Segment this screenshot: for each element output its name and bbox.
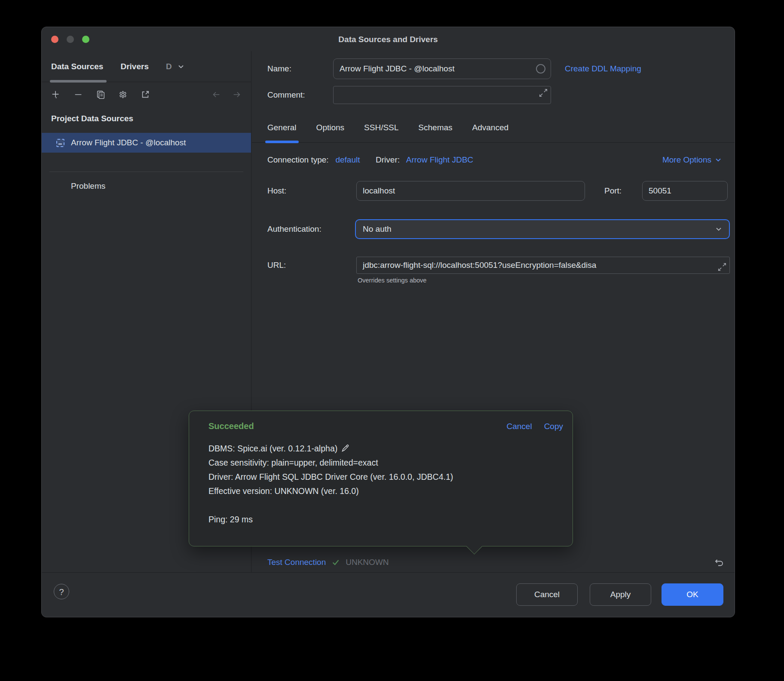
comment-label: Comment: — [267, 86, 305, 104]
tab-options[interactable]: Options — [316, 116, 344, 143]
sidebar-tab-bar: Data Sources Drivers D — [42, 51, 251, 82]
connection-type-link[interactable]: default — [335, 155, 360, 164]
data-source-label: Arrow Flight JDBC - @localhost — [71, 138, 186, 147]
expand-icon[interactable] — [717, 262, 727, 272]
authentication-value: No auth — [363, 224, 392, 234]
undo-icon[interactable] — [714, 557, 724, 568]
tab-general[interactable]: General — [267, 116, 297, 143]
url-caption: Overrides settings above — [358, 277, 426, 284]
authentication-label: Authentication: — [267, 219, 322, 239]
port-value: 50051 — [649, 186, 671, 196]
connection-type-label: Connection type: — [267, 155, 329, 164]
name-input[interactable]: Arrow Flight JDBC - @localhost — [333, 58, 551, 79]
remove-icon[interactable] — [74, 90, 83, 99]
test-connection-row: Test Connection UNKNOWN — [252, 552, 735, 573]
tab-drivers[interactable]: Drivers — [120, 51, 149, 82]
ok-button[interactable]: OK — [662, 583, 723, 606]
port-input[interactable]: 50051 — [642, 181, 728, 201]
host-label: Host: — [267, 181, 286, 201]
bottom-bar: ? Cancel Apply OK — [42, 572, 735, 617]
check-icon — [331, 558, 340, 567]
driver-link[interactable]: Arrow Flight JDBC — [406, 155, 473, 164]
title-bar: Data Sources and Drivers — [42, 27, 735, 51]
settings-tab-bar: General Options SSH/SSL Schemas Advanced — [252, 116, 735, 143]
connection-type-row: Connection type: default Driver: Arrow F… — [267, 150, 722, 170]
back-icon[interactable] — [211, 90, 221, 99]
popup-status: Succeeded — [208, 421, 254, 431]
sidebar-item-problems[interactable]: Problems — [42, 177, 251, 195]
add-icon[interactable] — [51, 90, 61, 99]
port-label: Port: — [604, 181, 622, 201]
data-source-icon — [56, 139, 64, 147]
help-icon[interactable]: ? — [54, 584, 69, 599]
comment-input[interactable] — [333, 86, 551, 104]
sidebar-item-arrow-flight-jdbc[interactable]: Arrow Flight JDBC - @localhost — [42, 133, 251, 153]
tab-ssh-ssl[interactable]: SSH/SSL — [364, 116, 398, 143]
driver-label: Driver: — [376, 155, 400, 164]
tab-ddl-mappings-truncated[interactable]: D — [166, 51, 184, 82]
chevron-down-icon — [715, 156, 722, 163]
create-ddl-mapping-link[interactable]: Create DDL Mapping — [565, 58, 641, 79]
url-value: jdbc:arrow-flight-sql://localhost:50051?… — [363, 261, 596, 270]
popup-line-version: Effective version: UNKNOWN (ver. 16.0) — [208, 484, 563, 498]
name-label: Name: — [267, 58, 291, 79]
authentication-select[interactable]: No auth — [355, 219, 730, 239]
tab-schemas[interactable]: Schemas — [418, 116, 452, 143]
test-connection-popup: Succeeded Cancel Copy DBMS: Spice.ai (ve… — [189, 411, 573, 546]
tab-advanced[interactable]: Advanced — [472, 116, 509, 143]
popup-copy-link[interactable]: Copy — [544, 422, 563, 431]
project-data-sources-header: Project Data Sources — [51, 112, 251, 125]
window-title: Data Sources and Drivers — [42, 27, 735, 51]
test-connection-link[interactable]: Test Connection — [267, 558, 326, 567]
more-options-link[interactable]: More Options — [662, 150, 722, 170]
sidebar-toolbar — [42, 82, 251, 107]
tab-data-sources[interactable]: Data Sources — [51, 51, 103, 82]
sidebar-divider — [49, 172, 243, 172]
url-input[interactable]: jdbc:arrow-flight-sql://localhost:50051?… — [356, 257, 730, 274]
name-value: Arrow Flight JDBC - @localhost — [340, 64, 454, 74]
popup-line-case: Case sensitivity: plain=upper, delimited… — [208, 456, 563, 470]
popup-line-dbms: DBMS: Spice.ai (ver. 0.12.1-alpha) — [208, 442, 563, 456]
expand-icon[interactable] — [539, 88, 548, 98]
host-input[interactable]: localhost — [356, 181, 585, 201]
circle-indicator-icon — [536, 64, 545, 74]
popup-line-driver: Driver: Arrow Flight SQL JDBC Driver Cor… — [208, 470, 563, 484]
cancel-button[interactable]: Cancel — [516, 583, 578, 606]
data-sources-dialog: Data Sources and Drivers Data Sources Dr… — [41, 27, 735, 617]
apply-button[interactable]: Apply — [590, 583, 651, 606]
chevron-down-icon — [715, 226, 722, 233]
forward-icon[interactable] — [232, 90, 242, 99]
url-label: URL: — [267, 257, 286, 274]
gear-icon[interactable] — [118, 90, 128, 99]
chevron-down-icon — [178, 63, 184, 70]
host-value: localhost — [363, 186, 395, 196]
test-status-text: UNKNOWN — [346, 558, 389, 567]
duplicate-icon[interactable] — [96, 90, 105, 99]
pencil-icon[interactable] — [341, 444, 350, 453]
popup-line-ping: Ping: 29 ms — [208, 512, 563, 527]
open-in-new-icon[interactable] — [141, 90, 150, 99]
popup-cancel-link[interactable]: Cancel — [506, 422, 532, 431]
